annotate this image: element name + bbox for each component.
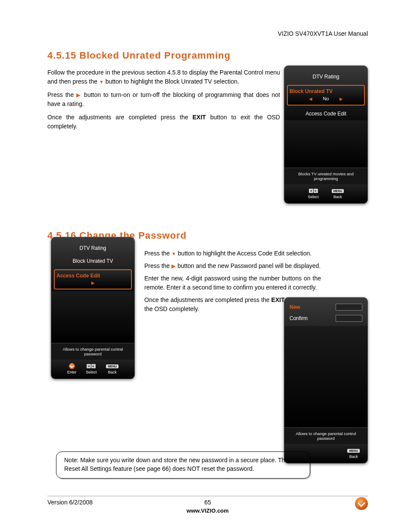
note-box: Note: Make sure you write down and store…	[56, 451, 310, 479]
osd2-footer: Enter ◂▸ Select MENU Back	[51, 360, 134, 379]
osd-access-code-edit: DTV Rating Block Unrated TV Access Code …	[51, 237, 135, 379]
menu-badge-icon: MENU	[347, 449, 360, 453]
s1-p1b: button to highlight the Block Unrated TV…	[104, 78, 239, 85]
osd1-footer-select: Select	[308, 195, 319, 199]
osd1-selected-label: Block Unrated TV	[290, 88, 362, 94]
vizio-logo-icon	[69, 363, 75, 369]
footer-page-number: 65	[204, 499, 211, 506]
osd3-footer-back: Back	[347, 454, 360, 459]
osd1-item-access-code: Access Code Edit	[284, 107, 367, 120]
osd1-footer: ◂▸ Select MENU Back	[284, 184, 367, 203]
osd1-selected-value: No	[323, 96, 329, 101]
menu-badge-icon: MENU	[106, 364, 118, 368]
s2-exit: EXIT	[271, 296, 285, 303]
s2-p2a: Press the	[144, 262, 171, 269]
footer-url: www.VIZIO.com	[47, 507, 368, 514]
down-triangle-icon: ▼	[171, 251, 176, 256]
osd3-hint: Allows to change parental control passwo…	[284, 428, 367, 444]
s2-p1b: button to highlight the Access Code Edit…	[176, 250, 311, 257]
s1-p2a: Press the	[47, 91, 76, 98]
osd1-footer-back: Back	[332, 195, 344, 199]
right-triangle-icon: ▶	[91, 280, 95, 285]
right-triangle-icon: ▶	[339, 96, 343, 101]
s2-p2b: button and the new Password panel will b…	[176, 262, 321, 269]
right-triangle-icon: ▶	[76, 92, 81, 98]
osd3-confirm-label: Confirm	[290, 315, 308, 321]
note-text: Note: Make sure you write down and store…	[64, 457, 288, 472]
vizio-logo-icon	[355, 497, 368, 510]
osd2-selected-access-code: Access Code Edit ▶	[54, 269, 132, 289]
s1-p3a: Once the adjustments are completed press…	[47, 114, 193, 121]
s2-p4a: Once the adjustments are completed press…	[144, 296, 271, 303]
down-triangle-icon: ▼	[99, 79, 104, 84]
s2-p3: Enter the new, 4-digit password using th…	[144, 274, 321, 292]
s1-p2b: button to turn-on or turn-off the blocki…	[47, 91, 280, 107]
menu-badge-icon: MENU	[332, 189, 344, 193]
osd2-item-dtv-rating: DTV Rating	[51, 242, 134, 255]
osd3-new-input[interactable]	[336, 304, 362, 311]
osd-block-unrated: DTV Rating Block Unrated TV ◀ No ▶ Acces…	[284, 65, 368, 204]
osd3-confirm-input[interactable]	[336, 315, 362, 322]
section1-text: Follow the procedure in the previous sec…	[47, 68, 280, 131]
page-footer: Version 6/2/2008 65 . www.VIZIO.com	[47, 496, 368, 514]
osd2-item-block-unrated: Block Unrated TV	[51, 255, 134, 268]
osd2-footer-back: Back	[106, 370, 118, 374]
osd2-selected-label: Access Code Edit	[56, 273, 129, 279]
s1-exit: EXIT	[193, 114, 206, 121]
osd2-footer-select: Select	[86, 370, 97, 374]
osd2-hint: Allows to change parental contral passwo…	[51, 343, 134, 360]
osd1-item-dtv-rating: DTV Rating	[284, 70, 367, 83]
arrow-keys-icon: ◂▸	[87, 364, 96, 368]
osd3-new-label: New	[290, 304, 300, 310]
osd1-hint: Blocks TV unrated movies and programming	[284, 168, 367, 184]
arrow-keys-icon: ◂▸	[309, 189, 318, 193]
manual-title: VIZIO SV470XVT1A User Manual	[47, 30, 368, 37]
section-heading-1: 4.5.15 Blocked Unrated Programming	[47, 50, 368, 61]
osd-password-entry: New Confirm Allows to change parental co…	[284, 297, 368, 464]
s2-p1a: Press the	[144, 250, 171, 257]
left-triangle-icon: ◀	[309, 96, 312, 101]
osd2-footer-enter: Enter	[67, 370, 77, 374]
osd1-selected-block-unrated: Block Unrated TV ◀ No ▶	[287, 85, 365, 106]
right-triangle-icon: ▶	[171, 263, 176, 269]
footer-version: Version 6/2/2008	[47, 499, 93, 506]
